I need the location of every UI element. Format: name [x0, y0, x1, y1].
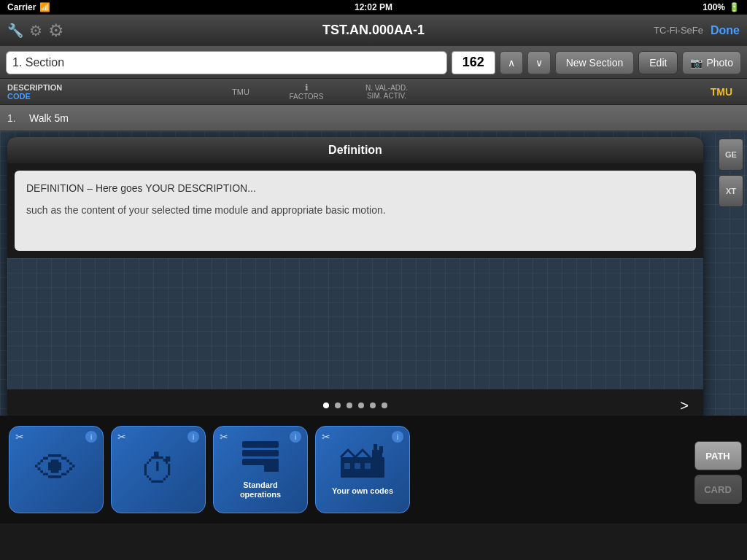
factory-icon: [337, 443, 388, 482]
factors-label: FACTORS: [289, 93, 323, 101]
svg-rect-10: [365, 463, 371, 469]
done-button[interactable]: Done: [711, 24, 740, 37]
section-input[interactable]: [6, 51, 447, 74]
standard-operations-card[interactable]: ✂ i Standardoperations: [213, 426, 308, 513]
path-button[interactable]: PATH: [694, 441, 742, 470]
table-body: 1. Walk 5m: [0, 105, 747, 131]
dot-4: [358, 402, 364, 408]
dot-6: [382, 402, 387, 408]
down-arrow-button[interactable]: ∨: [527, 51, 551, 74]
codes-share-icon: ✂: [322, 431, 330, 443]
dot-5: [370, 402, 376, 408]
svg-rect-9: [355, 463, 360, 469]
page-title: TST.AN.000AA-1: [322, 23, 425, 38]
definition-secondary-text: such as the content of your selected tim…: [26, 204, 684, 216]
carrier-label: Carrier: [7, 2, 36, 12]
factors-column-header: ℹ FACTORS: [270, 82, 343, 101]
codes-info-icon: i: [392, 431, 403, 443]
column-headers: DESCRIPTION CODE TMU ℹ FACTORS N. VAL-AD…: [0, 79, 747, 105]
wifi-icon: 📶: [39, 2, 50, 12]
camera-icon: 📷: [690, 57, 703, 69]
eye-icon: 👁: [35, 444, 77, 493]
dot-3: [347, 402, 352, 408]
right-action-buttons: PATH CARD: [689, 421, 747, 524]
svg-rect-6: [374, 444, 377, 453]
nval-label: N. VAL-ADD.: [365, 84, 408, 92]
gear2-icon: ⚙: [48, 20, 64, 41]
definition-primary-text: DEFINITION – Here goes YOUR DESCRIPTION.…: [26, 182, 684, 194]
description-label: DESCRIPTION: [7, 83, 212, 92]
gear-icon: ⚙: [29, 22, 42, 39]
wrench-icon: 🔧: [7, 23, 23, 39]
std-ops-info-icon: i: [290, 431, 301, 443]
dot-1: [323, 402, 329, 408]
bottom-toolbar: ✂ i 👁 ✂ i ⏱ ✂ i Standardoperations ✂ i: [0, 416, 747, 524]
status-bar: Carrier 📶 12:02 PM 100% 🔋: [0, 0, 747, 15]
status-left: Carrier 📶: [7, 2, 50, 12]
nav-tool-icons: 🔧 ⚙ ⚙: [7, 20, 64, 41]
code-label: CODE: [7, 92, 212, 101]
xt-button[interactable]: XT: [719, 175, 743, 207]
up-arrow-button[interactable]: ∧: [500, 51, 523, 74]
svg-rect-0: [242, 441, 279, 448]
battery-label: 100%: [703, 2, 725, 12]
row-number: 1.: [7, 112, 22, 124]
dot-2: [335, 402, 341, 408]
nval-column-header: N. VAL-ADD. SIM. ACTIV.: [343, 84, 430, 100]
status-right: 100% 🔋: [703, 2, 740, 12]
tmu-column-header: TMU: [212, 88, 270, 96]
time-display: 12:02 PM: [355, 2, 392, 12]
header-row: 162 ∧ ∨ New Section Edit 📷 Photo: [0, 47, 747, 79]
std-ops-share-icon: ✂: [220, 431, 228, 443]
observe-card[interactable]: ✂ i 👁: [9, 426, 104, 513]
svg-rect-3: [264, 462, 279, 472]
photo-button[interactable]: 📷 Photo: [682, 51, 741, 74]
card-button[interactable]: CARD: [694, 475, 742, 504]
user-label: TC-Fi-SeFe: [654, 25, 703, 36]
timer-card[interactable]: ✂ i ⏱: [111, 426, 206, 513]
info-icon: ℹ: [305, 82, 309, 93]
next-arrow-button[interactable]: >: [680, 397, 689, 414]
timer-info-icon: i: [187, 431, 199, 443]
battery-icon: 🔋: [729, 2, 740, 12]
row-description: Walk 5m: [29, 112, 69, 124]
tmu-value-header: TMU: [430, 86, 740, 98]
dialog-footer: >: [7, 389, 703, 416]
observe-info-icon: i: [85, 431, 97, 443]
right-buttons: GE XT: [715, 131, 747, 416]
dialog-inner-area: [7, 258, 703, 389]
definition-dialog: Definition DEFINITION – Here goes YOUR D…: [7, 137, 703, 416]
photo-label: Photo: [706, 57, 733, 69]
main-area: GE XT Definition DEFINITION – Here goes …: [0, 131, 747, 416]
observe-share-icon: ✂: [15, 431, 24, 443]
dialog-title: Definition: [328, 144, 382, 157]
svg-rect-8: [344, 463, 350, 469]
ge-button[interactable]: GE: [719, 139, 743, 171]
edit-button[interactable]: Edit: [638, 51, 678, 74]
stacked-bars-icon: [239, 440, 282, 476]
description-column-header: DESCRIPTION CODE: [7, 83, 212, 101]
your-own-codes-card[interactable]: ✂ i Your own codes: [315, 426, 410, 513]
svg-rect-7: [379, 446, 383, 453]
simactiv-label: SIM. ACTIV.: [367, 92, 406, 100]
timer-share-icon: ✂: [117, 431, 126, 443]
dialog-content: DEFINITION – Here goes YOUR DESCRIPTION.…: [15, 171, 696, 251]
new-section-button[interactable]: New Section: [555, 51, 635, 74]
std-ops-label: Standardoperations: [240, 481, 281, 499]
dialog-title-bar: Definition: [7, 137, 703, 163]
codes-label: Your own codes: [332, 486, 393, 496]
section-number: 162: [452, 51, 495, 74]
svg-rect-1: [242, 450, 279, 456]
pagination-dots: [323, 402, 387, 408]
top-nav: 🔧 ⚙ ⚙ TST.AN.000AA-1 TC-Fi-SeFe Done: [0, 15, 747, 47]
stopwatch-icon: ⏱: [139, 448, 177, 491]
nav-right: TC-Fi-SeFe Done: [654, 24, 740, 37]
